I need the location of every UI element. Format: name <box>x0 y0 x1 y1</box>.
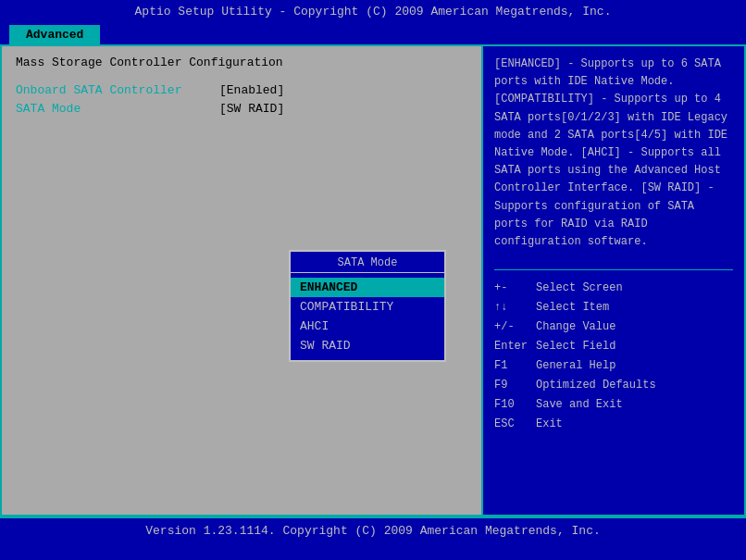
main-content: Mass Storage Controller Configuration On… <box>0 44 746 516</box>
key-change-value: +/- Change Value <box>494 318 733 335</box>
key-desc-select-screen: Select Screen <box>536 280 623 296</box>
dropdown-option-compatibility[interactable]: COMPATIBILITY <box>291 297 444 317</box>
key-desc-select-field: Select Field <box>536 338 615 355</box>
config-label-sata-controller[interactable]: Onboard SATA Controller <box>16 83 219 97</box>
title-bar: Aptio Setup Utility - Copyright (C) 2009… <box>0 0 746 23</box>
key-name-esc: ESC <box>494 416 536 432</box>
key-list: +- Select Screen ↑↓ Select Item +/- Chan… <box>494 280 733 432</box>
key-name-general-help: F1 <box>494 357 536 374</box>
tab-advanced[interactable]: Advanced <box>9 25 100 44</box>
dropdown-option-ahci[interactable]: AHCI <box>291 317 444 336</box>
help-description: [ENHANCED] - Supports up to 6 SATA ports… <box>494 56 733 251</box>
key-save-exit: F10 Save and Exit <box>494 396 733 413</box>
dropdown-option-enhanced[interactable]: ENHANCED <box>291 278 444 297</box>
dropdown-title: SATA Mode <box>291 256 444 273</box>
key-name-select-screen: +- <box>494 280 536 296</box>
left-panel: Mass Storage Controller Configuration On… <box>2 46 483 515</box>
footer: Version 1.23.1114. Copyright (C) 2009 Am… <box>0 516 746 543</box>
key-desc-save-exit: Save and Exit <box>536 396 623 413</box>
key-select-screen: +- Select Screen <box>494 280 733 296</box>
config-label-sata-mode[interactable]: SATA Mode <box>16 102 219 116</box>
key-name-change-value: +/- <box>494 318 536 335</box>
key-desc-esc: Exit <box>536 416 563 432</box>
key-desc-optimized-defaults: Optimized Defaults <box>536 377 656 393</box>
key-name-select-item: ↑↓ <box>494 299 536 316</box>
key-select-field: Enter Select Field <box>494 338 733 355</box>
sata-mode-dropdown[interactable]: SATA Mode ENHANCED COMPATIBILITY AHCI SW… <box>289 250 446 362</box>
config-item-sata-mode: SATA Mode [SW RAID] <box>16 102 467 116</box>
key-desc-select-item: Select Item <box>536 299 609 316</box>
section-heading: Mass Storage Controller Configuration <box>16 56 467 69</box>
key-name-optimized-defaults: F9 <box>494 377 536 393</box>
config-item-sata-controller: Onboard SATA Controller [Enabled] <box>16 83 467 97</box>
key-esc: ESC Exit <box>494 416 733 432</box>
footer-text: Version 1.23.1114. Copyright (C) 2009 Am… <box>145 524 600 538</box>
key-desc-general-help: General Help <box>536 357 615 374</box>
key-name-select-field: Enter <box>494 338 536 355</box>
dropdown-option-sw-raid[interactable]: SW RAID <box>291 336 444 355</box>
config-value-sata-controller: [Enabled] <box>219 83 284 97</box>
key-general-help: F1 General Help <box>494 357 733 374</box>
title-text: Aptio Setup Utility - Copyright (C) 2009… <box>135 5 612 19</box>
key-optimized-defaults: F9 Optimized Defaults <box>494 377 733 393</box>
right-panel: [ENHANCED] - Supports up to 6 SATA ports… <box>483 46 744 515</box>
key-select-item: ↑↓ Select Item <box>494 299 733 316</box>
key-name-save-exit: F10 <box>494 396 536 413</box>
tab-bar: Advanced <box>0 23 746 44</box>
key-desc-change-value: Change Value <box>536 318 615 335</box>
config-value-sata-mode: [SW RAID] <box>219 102 284 116</box>
divider <box>494 269 733 270</box>
